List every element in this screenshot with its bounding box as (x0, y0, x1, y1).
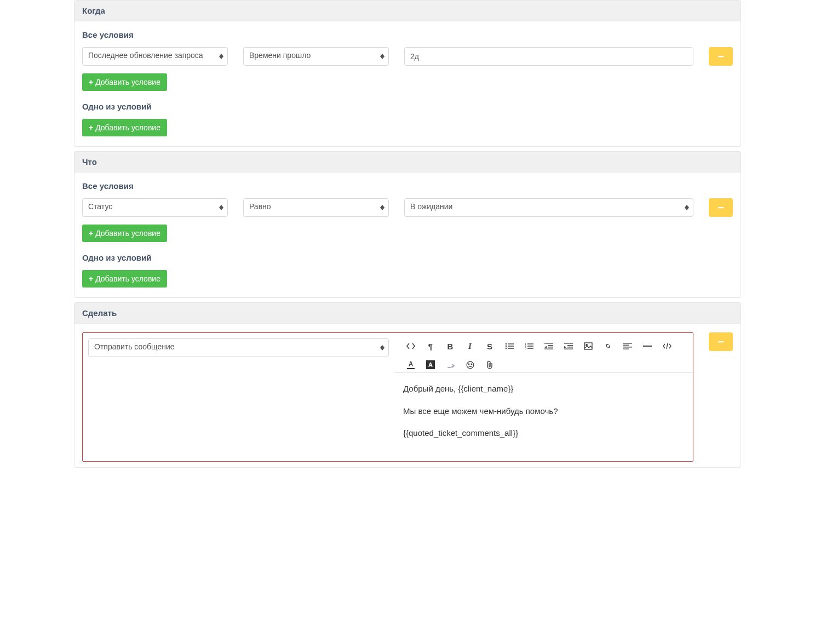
add-condition-label: Добавить условие (95, 274, 160, 283)
what-section-title: Что (74, 152, 741, 173)
svg-rect-5 (508, 348, 514, 349)
outdent-icon[interactable] (539, 338, 559, 354)
clear-format-icon[interactable] (440, 357, 460, 372)
svg-rect-22 (623, 343, 632, 344)
unordered-list-icon[interactable] (500, 338, 519, 354)
html-icon[interactable] (657, 338, 677, 354)
svg-rect-17 (567, 345, 573, 346)
svg-point-0 (506, 343, 507, 345)
background-color-icon[interactable]: A (421, 357, 440, 372)
italic-icon[interactable]: I (460, 338, 480, 354)
what-condition-row: Статус Равно В ожидании (82, 198, 733, 217)
what-remove-condition-button[interactable]: − (709, 198, 733, 217)
do-section: Сделать Отправить сообщение (74, 302, 741, 468)
do-section-title: Сделать (74, 303, 741, 324)
minus-icon: − (718, 202, 724, 213)
add-condition-label: Добавить условие (95, 123, 160, 132)
minus-icon: − (718, 51, 724, 62)
plus-icon: + (89, 123, 93, 132)
svg-rect-16 (564, 343, 573, 344)
when-all-conditions-label: Все условия (82, 30, 733, 39)
svg-rect-23 (623, 345, 629, 346)
editor-line: {{quoted_ticket_comments_all}} (403, 427, 684, 440)
when-operator-select[interactable]: Времени прошло (243, 47, 389, 66)
svg-rect-7 (527, 343, 533, 344)
when-remove-condition-button[interactable]: − (709, 47, 733, 66)
svg-rect-18 (567, 347, 573, 348)
what-one-of-label: Одно из условий (82, 253, 733, 262)
what-add-condition-any-button[interactable]: + Добавить условие (82, 270, 167, 288)
what-add-condition-all-button[interactable]: + Добавить условие (82, 225, 167, 242)
code-view-icon[interactable] (401, 338, 421, 354)
add-condition-label: Добавить условие (95, 78, 160, 87)
plus-icon: + (89, 78, 93, 87)
text-color-icon[interactable]: A (401, 357, 421, 372)
svg-rect-13 (548, 345, 553, 346)
plus-icon: + (89, 229, 93, 238)
svg-rect-26 (643, 346, 652, 347)
when-add-condition-all-button[interactable]: + Добавить условие (82, 73, 167, 91)
what-field-select[interactable]: Статус (82, 198, 228, 217)
svg-rect-14 (548, 347, 553, 348)
svg-point-4 (506, 348, 507, 349)
when-condition-row: Последнее обновление запроса Времени про… (82, 47, 733, 66)
editor-line: Добрый день, {{client_name}} (403, 383, 684, 395)
what-all-conditions-label: Все условия (82, 181, 733, 191)
when-field-select[interactable]: Последнее обновление запроса (82, 47, 228, 66)
svg-rect-1 (508, 343, 514, 344)
indent-icon[interactable] (559, 338, 578, 354)
svg-point-2 (506, 346, 507, 347)
horizontal-rule-icon[interactable] (638, 338, 657, 354)
emoji-icon[interactable] (460, 357, 480, 372)
when-add-condition-any-button[interactable]: + Добавить условие (82, 119, 167, 136)
attachment-icon[interactable] (480, 357, 500, 372)
link-icon[interactable] (598, 338, 618, 354)
bold-icon[interactable]: B (440, 338, 460, 354)
align-icon[interactable] (618, 338, 638, 354)
svg-point-29 (471, 364, 472, 365)
image-icon[interactable] (578, 338, 598, 354)
editor-toolbar: ¶ B I S 123 (394, 333, 693, 373)
ordered-list-icon[interactable]: 123 (519, 338, 539, 354)
paragraph-icon[interactable]: ¶ (421, 338, 440, 354)
svg-point-21 (586, 344, 588, 346)
strikethrough-icon[interactable]: S (480, 338, 500, 354)
svg-rect-19 (564, 349, 573, 350)
do-action-select[interactable]: Отправить сообщение (88, 338, 389, 357)
svg-rect-9 (527, 346, 533, 347)
svg-point-28 (468, 364, 469, 365)
what-section: Что Все условия Статус Равно (74, 151, 741, 298)
when-section-title: Когда (74, 1, 741, 21)
svg-rect-24 (623, 347, 632, 348)
when-value-input[interactable] (404, 47, 693, 66)
what-value-select[interactable]: В ожидании (404, 198, 693, 217)
svg-rect-3 (508, 346, 514, 347)
editor-line: Мы все еще можем чем-нибудь помочь? (403, 405, 684, 418)
svg-rect-15 (544, 349, 553, 350)
add-condition-label: Добавить условие (95, 229, 160, 238)
svg-rect-25 (623, 349, 629, 350)
what-operator-select[interactable]: Равно (243, 198, 389, 217)
svg-rect-11 (527, 348, 533, 349)
when-section: Когда Все условия Последнее обновление з… (74, 0, 741, 147)
svg-rect-12 (544, 343, 553, 344)
plus-icon: + (89, 274, 93, 283)
do-highlight-box: Отправить сообщение ¶ B I (82, 332, 693, 462)
when-one-of-label: Одно из условий (82, 102, 733, 111)
svg-text:3: 3 (525, 347, 526, 349)
do-remove-action-button[interactable]: − (709, 332, 733, 351)
editor-body[interactable]: Добрый день, {{client_name}} Мы все еще … (394, 373, 693, 461)
svg-point-27 (467, 361, 474, 369)
minus-icon: − (718, 336, 724, 347)
